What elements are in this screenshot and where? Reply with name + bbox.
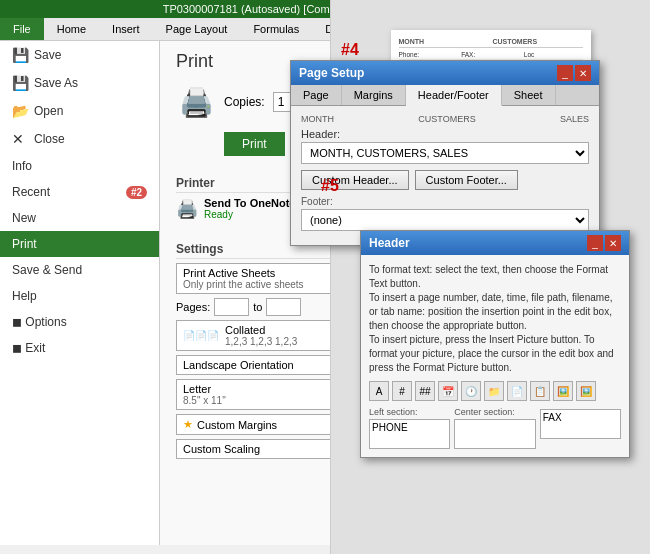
month-label: MONTH: [301, 114, 334, 124]
total-pages-btn[interactable]: ##: [415, 381, 435, 401]
sheet-name-btn[interactable]: 📋: [530, 381, 550, 401]
menu-exit[interactable]: ◼ Exit: [0, 335, 159, 361]
menu-save[interactable]: 💾 Save: [0, 41, 159, 69]
header-dialog-close-btn[interactable]: ✕: [605, 235, 621, 251]
center-section-box[interactable]: [454, 419, 535, 449]
close-icon: ✕: [12, 131, 28, 147]
header-select[interactable]: MONTH, CUSTOMERS, SALES: [301, 142, 589, 164]
tab-insert[interactable]: Insert: [99, 18, 153, 40]
dialog-tabs: Page Margins Header/Footer Sheet: [291, 85, 599, 106]
page-setup-dialog: Page Setup _ ✕ Page Margins Header/Foote…: [290, 60, 600, 246]
menu-save-as-label: Save As: [34, 76, 78, 90]
right-section-box[interactable]: FAX: [540, 409, 621, 439]
header-dialog-body: To format text: select the text, then ch…: [361, 255, 629, 457]
menu-recent[interactable]: Recent #2: [0, 179, 159, 205]
tab-page-layout[interactable]: Page Layout: [153, 18, 241, 40]
backstage-panel: 💾 Save 💾 Save As 📂 Open ✕ Close Info Rec…: [0, 41, 160, 545]
dialog-minimize-btn[interactable]: _: [557, 65, 573, 81]
menu-help[interactable]: Help: [0, 283, 159, 309]
menu-options[interactable]: ◼ Options: [0, 309, 159, 335]
dialog-tab-page[interactable]: Page: [291, 85, 342, 105]
star-icon: ★: [183, 418, 193, 431]
file-name-btn[interactable]: 📄: [507, 381, 527, 401]
collated-icon: 📄📄📄: [183, 330, 219, 341]
footer-select[interactable]: (none): [301, 209, 589, 231]
recent-badge: #2: [126, 186, 147, 199]
preview-row-0: Phone: FAX: Loc: [399, 50, 583, 60]
dialog-tab-sheet[interactable]: Sheet: [502, 85, 556, 105]
customers-label: CUSTOMERS: [338, 114, 556, 124]
tab-file[interactable]: File: [0, 18, 44, 40]
header-select-row: MONTH, CUSTOMERS, SALES: [301, 142, 589, 164]
dialog-titlebar: Page Setup _ ✕: [291, 61, 599, 85]
format-text-btn[interactable]: A: [369, 381, 389, 401]
right-section: FAX: [540, 407, 621, 449]
header-dialog-minimize-btn[interactable]: _: [587, 235, 603, 251]
header-dialog: Header _ ✕ To format text: select the te…: [360, 230, 630, 458]
file-path-btn[interactable]: 📁: [484, 381, 504, 401]
menu-print[interactable]: Print: [0, 231, 159, 257]
collated-label: Collated: [225, 324, 297, 336]
dialog-tab-header-footer[interactable]: Header/Footer: [406, 85, 502, 106]
dialog-title: Page Setup: [299, 66, 364, 80]
header-dialog-title: Header: [369, 236, 410, 250]
pages-label: Pages:: [176, 301, 210, 313]
tab-formulas[interactable]: Formulas: [240, 18, 312, 40]
orientation-label: Landscape Orientation: [183, 359, 294, 371]
left-section-label: Left section:: [369, 407, 450, 417]
dialog-btn-row: Custom Header... Custom Footer...: [301, 170, 589, 190]
header-toolbar: A # ## 📅 🕐 📁 📄 📋 🖼️ 🖼️: [369, 381, 621, 401]
menu-exit-label: ◼ Exit: [12, 341, 45, 355]
sales-label: SALES: [560, 114, 589, 124]
header-dialog-titlebar: Header _ ✕: [361, 231, 629, 255]
save-icon: 💾: [12, 47, 28, 63]
insert-picture-btn[interactable]: 🖼️: [553, 381, 573, 401]
pages-to-input[interactable]: [266, 298, 301, 316]
left-section: Left section: PHONE: [369, 407, 450, 449]
active-sheets-sublabel: Only print the active sheets: [183, 279, 304, 290]
preview-col-customers: CUSTOMERS: [493, 38, 583, 45]
menu-close[interactable]: ✕ Close: [0, 125, 159, 153]
dialog-close-btn[interactable]: ✕: [575, 65, 591, 81]
menu-options-label: ◼ Options: [12, 315, 67, 329]
copies-label: Copies:: [224, 95, 265, 109]
time-btn[interactable]: 🕐: [461, 381, 481, 401]
paper-sublabel: 8.5" x 11": [183, 395, 226, 406]
format-picture-btn[interactable]: 🖼️: [576, 381, 596, 401]
page-num-btn[interactable]: #: [392, 381, 412, 401]
left-section-box[interactable]: PHONE: [369, 419, 450, 449]
footer-select-row: (none): [301, 209, 589, 231]
menu-open[interactable]: 📂 Open: [0, 97, 159, 125]
menu-recent-label: Recent: [12, 185, 50, 199]
pages-from-input[interactable]: [214, 298, 249, 316]
printer-small-icon: 🖨️: [176, 198, 198, 220]
printer-icon-large: 🖨️: [176, 82, 216, 122]
menu-info[interactable]: Info: [0, 153, 159, 179]
scaling-label: Custom Scaling: [183, 443, 260, 455]
header-sections: Left section: PHONE Center section: FAX: [369, 407, 621, 449]
dialog-tab-margins[interactable]: Margins: [342, 85, 406, 105]
pages-to-label: to: [253, 301, 262, 313]
menu-new[interactable]: New: [0, 205, 159, 231]
date-btn[interactable]: 📅: [438, 381, 458, 401]
menu-print-label: Print: [12, 237, 37, 251]
menu-help-label: Help: [12, 289, 37, 303]
menu-save-send[interactable]: Save & Send: [0, 257, 159, 283]
menu-save-as[interactable]: 💾 Save As: [0, 69, 159, 97]
tab-home[interactable]: Home: [44, 18, 99, 40]
menu-info-label: Info: [12, 159, 32, 173]
save-as-icon: 💾: [12, 75, 28, 91]
center-section-label: Center section:: [454, 407, 535, 417]
custom-footer-btn[interactable]: Custom Footer...: [415, 170, 518, 190]
active-sheets-label: Print Active Sheets: [183, 267, 304, 279]
dialog-body: MONTH CUSTOMERS SALES Header: MONTH, CUS…: [291, 106, 599, 245]
print-button[interactable]: Print: [224, 132, 285, 156]
custom-header-btn[interactable]: Custom Header...: [301, 170, 409, 190]
menu-save-send-label: Save & Send: [12, 263, 82, 277]
header-instructions: To format text: select the text, then ch…: [369, 263, 621, 375]
footer-section-label: Footer:: [301, 196, 589, 207]
header-field-label: Header:: [301, 128, 589, 140]
menu-open-label: Open: [34, 104, 63, 118]
preview-header-row: MONTH CUSTOMERS: [399, 38, 583, 48]
center-section: Center section:: [454, 407, 535, 449]
